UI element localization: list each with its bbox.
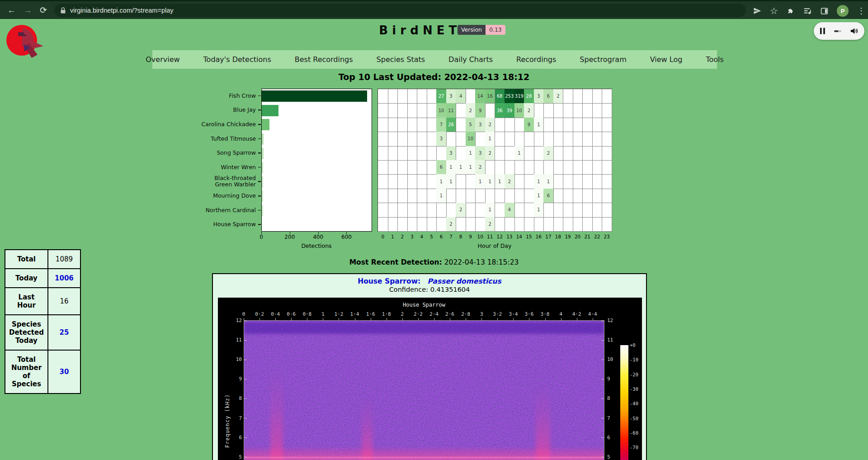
heatmap-cell bbox=[553, 174, 564, 189]
heatmap-cell bbox=[388, 160, 398, 175]
heatmap-cell bbox=[592, 160, 603, 175]
bookmark-star-icon[interactable]: ☆ bbox=[770, 5, 778, 16]
heatmap-cell: 1 bbox=[534, 189, 544, 203]
spectrogram-xtickmark bbox=[291, 318, 292, 320]
heatmap-cell bbox=[602, 203, 612, 217]
species-scientific-name[interactable]: Passer domesticus bbox=[428, 277, 501, 285]
nav-item-daily-charts[interactable]: Daily Charts bbox=[448, 55, 493, 64]
heatmap-cell bbox=[602, 146, 612, 161]
heatmap-cell bbox=[582, 217, 593, 232]
heatmap-cell bbox=[446, 132, 457, 146]
heatmap-cell: 3 bbox=[475, 146, 486, 161]
menu-icon[interactable]: ⋮ bbox=[857, 6, 865, 16]
detections-bar-plot bbox=[261, 89, 372, 232]
heatmap-cell bbox=[417, 89, 427, 104]
species-tick bbox=[258, 195, 261, 196]
heatmap-cell bbox=[573, 174, 583, 189]
nav-item-overview[interactable]: Overview bbox=[146, 55, 179, 64]
seek-slider[interactable] bbox=[834, 30, 841, 32]
low-frequency-line bbox=[244, 457, 604, 458]
heatmap-cell bbox=[417, 146, 427, 161]
heatmap-cell bbox=[534, 132, 544, 146]
colorbar-tick-label: -60 bbox=[630, 430, 638, 436]
species-common-name-link[interactable]: House Sparrow: bbox=[358, 277, 420, 285]
nav-item-best-recordings[interactable]: Best Recordings bbox=[295, 55, 353, 64]
heatmap-cell bbox=[543, 132, 554, 146]
media-control-icon[interactable] bbox=[803, 7, 812, 15]
main-nav: OverviewToday's DetectionsBest Recording… bbox=[152, 50, 717, 69]
stats-label: Last Hour bbox=[5, 288, 48, 315]
audio-player[interactable] bbox=[814, 22, 864, 40]
heatmap-cell: 1 bbox=[514, 146, 525, 161]
heatmap-cell bbox=[456, 217, 466, 232]
heatmap-cell: 2 bbox=[485, 146, 495, 161]
nav-item-today-s-detections[interactable]: Today's Detections bbox=[203, 55, 271, 64]
stats-label: Today bbox=[5, 269, 48, 288]
heatmap-cell bbox=[592, 103, 603, 118]
nav-item-species-stats[interactable]: Species Stats bbox=[377, 55, 425, 64]
heatmap-cell bbox=[524, 146, 534, 161]
nav-item-recordings[interactable]: Recordings bbox=[516, 55, 556, 64]
stats-value[interactable]: 30 bbox=[48, 350, 80, 394]
heatmap-cell bbox=[397, 217, 408, 232]
heatmap-cell: 2 bbox=[543, 146, 554, 161]
reload-button[interactable]: ⟳ bbox=[40, 5, 47, 16]
stats-value[interactable]: 1006 bbox=[48, 269, 80, 288]
heatmap-cell bbox=[397, 146, 408, 161]
heatmap-cell bbox=[505, 217, 515, 232]
profile-avatar[interactable]: P bbox=[837, 5, 849, 17]
heatmap-cell: 1 bbox=[475, 174, 486, 189]
nav-item-tools[interactable]: Tools bbox=[706, 55, 723, 64]
hour-tick-label: 8 bbox=[459, 234, 462, 239]
heatmap-cell bbox=[582, 118, 593, 132]
nav-item-spectrogram[interactable]: Spectrogram bbox=[580, 55, 626, 64]
heatmap-cell bbox=[427, 189, 437, 203]
heatmap-cell bbox=[475, 132, 486, 146]
hour-tick-label: 2 bbox=[401, 234, 404, 239]
pause-button[interactable] bbox=[820, 28, 826, 34]
heatmap-cell bbox=[505, 132, 515, 146]
heatmap-cell bbox=[456, 174, 466, 189]
heatmap-cell bbox=[563, 89, 573, 104]
detection-bar bbox=[262, 148, 264, 159]
send-icon[interactable] bbox=[753, 7, 761, 15]
heatmap-cell bbox=[553, 160, 564, 175]
heatmap-cell bbox=[524, 160, 534, 175]
back-button[interactable]: ← bbox=[7, 5, 16, 16]
side-panel-icon[interactable] bbox=[821, 7, 828, 15]
hour-tick-label: 16 bbox=[536, 234, 542, 239]
heatmap-cell bbox=[436, 217, 447, 232]
spectrogram-ytick-left: 10 bbox=[227, 356, 242, 362]
volume-button[interactable] bbox=[850, 27, 859, 35]
heatmap-cell bbox=[573, 160, 583, 175]
heatmap-cell bbox=[495, 160, 505, 175]
species-label: Winter Wren bbox=[197, 164, 256, 171]
heatmap-cell: 16 bbox=[485, 89, 495, 104]
heatmap-cell: 1 bbox=[466, 146, 476, 161]
heatmap-cell: 3 bbox=[446, 146, 457, 161]
hour-tick-label: 22 bbox=[594, 234, 600, 239]
spectrogram-xtick: 2·6 bbox=[445, 311, 454, 317]
heatmap-cell: 1 bbox=[485, 203, 495, 217]
heatmap-cell: 14 bbox=[475, 89, 486, 104]
hour-tick-label: 1 bbox=[391, 234, 394, 239]
heatmap-cell bbox=[388, 103, 398, 118]
heatmap-cell: 2 bbox=[475, 160, 486, 175]
hour-tick-label: 14 bbox=[516, 234, 522, 239]
heatmap-cell bbox=[378, 103, 388, 118]
stats-value[interactable]: 25 bbox=[48, 315, 80, 350]
hour-tick-label: 17 bbox=[545, 234, 551, 239]
spectrogram-xtick: 1·8 bbox=[382, 311, 391, 317]
heatmap-cell bbox=[397, 89, 408, 104]
spectrogram-ytick-left: 6 bbox=[227, 434, 242, 440]
heatmap-cell bbox=[417, 217, 427, 232]
extensions-icon[interactable] bbox=[787, 7, 795, 15]
detection-bar bbox=[262, 219, 262, 231]
hour-tick-label: 18 bbox=[555, 234, 561, 239]
heatmap-cell: 1 bbox=[446, 160, 457, 175]
nav-item-view-log[interactable]: View Log bbox=[650, 55, 683, 64]
forward-button[interactable]: → bbox=[24, 5, 32, 16]
spectrogram-band bbox=[244, 322, 604, 334]
heatmap-cell: 26 bbox=[446, 118, 457, 132]
address-bar[interactable]: virginia.birdnetpi.com/?stream=play bbox=[54, 4, 746, 17]
